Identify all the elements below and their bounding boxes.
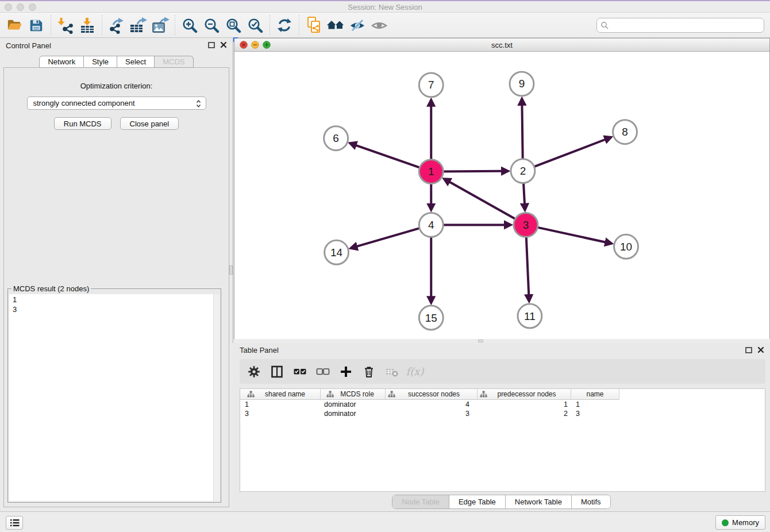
float-table-panel-icon[interactable]	[745, 347, 752, 353]
tab-edge-table[interactable]: Edge Table	[449, 495, 505, 508]
graph-node[interactable]: 15	[419, 306, 443, 330]
column-tree-icon	[326, 391, 334, 398]
column-header-shared-name[interactable]: shared name	[240, 389, 321, 400]
add-column-icon[interactable]	[338, 364, 353, 379]
graph-node[interactable]: 11	[518, 304, 542, 328]
hide-selected-eye-icon[interactable]	[346, 15, 368, 36]
table-cell[interactable]: 3	[386, 410, 478, 418]
graph-edge[interactable]	[442, 171, 502, 172]
column-tree-icon	[388, 391, 395, 398]
import-network-icon[interactable]	[55, 15, 76, 36]
search-input[interactable]	[609, 20, 764, 31]
run-mcds-button[interactable]: Run MCDS	[54, 117, 111, 130]
delete-column-trash-icon[interactable]	[361, 364, 376, 379]
table-cell[interactable]: 1	[478, 400, 571, 408]
float-panel-icon[interactable]	[208, 42, 215, 48]
export-network-icon[interactable]	[106, 15, 128, 36]
deselect-all-columns-icon[interactable]	[315, 364, 330, 379]
main-toolbar	[0, 13, 770, 38]
table-cell[interactable]: 2	[478, 410, 571, 418]
svg-text:10: 10	[620, 241, 632, 253]
table-row[interactable]: 1dominator411	[240, 400, 765, 409]
graph-node[interactable]: 6	[324, 126, 348, 151]
graph-edge[interactable]	[533, 140, 606, 167]
svg-text:9: 9	[519, 78, 525, 90]
zoom-fit-icon[interactable]	[222, 15, 244, 36]
tab-network[interactable]: Network	[39, 56, 84, 68]
neighborhood-houses-icon[interactable]	[325, 15, 346, 36]
tab-network-table[interactable]: Network Table	[505, 495, 571, 508]
table-body: 1dominator4113dominator323	[240, 400, 765, 418]
zoom-in-icon[interactable]	[179, 15, 201, 36]
search-box[interactable]	[596, 18, 764, 33]
show-all-eye-icon[interactable]	[368, 15, 390, 36]
graph-edge[interactable]	[526, 236, 529, 295]
mcds-result-box[interactable]: 13	[9, 294, 220, 501]
memory-label: Memory	[732, 518, 759, 527]
tab-style[interactable]: Style	[84, 56, 117, 68]
table-cell[interactable]: 4	[386, 400, 478, 408]
task-history-button[interactable]	[6, 516, 23, 530]
criterion-select[interactable]: strongly connected component	[27, 97, 206, 110]
graph-node[interactable]: 3	[514, 213, 538, 237]
memory-status-dot	[722, 519, 729, 526]
close-panel-button[interactable]: Close panel	[120, 117, 179, 130]
result-scrollbar[interactable]	[213, 294, 220, 501]
tab-select[interactable]: Select	[117, 56, 155, 68]
graph-node[interactable]: 8	[613, 120, 637, 144]
graph-node[interactable]: 7	[419, 73, 443, 97]
clone-network-icon[interactable]	[303, 15, 325, 36]
horizontal-splitter-handle[interactable]	[478, 340, 483, 342]
column-header-successor-nodes[interactable]: successor nodes	[386, 389, 478, 400]
graph-node[interactable]: 2	[511, 159, 535, 183]
graph-edge[interactable]	[522, 105, 522, 160]
vertical-splitter-handle[interactable]	[229, 265, 233, 275]
column-header-mcds-role[interactable]: MCDS role	[321, 389, 386, 400]
table-cell[interactable]: 1	[571, 400, 619, 408]
table-cell[interactable]: dominator	[321, 410, 386, 418]
export-table-icon[interactable]	[128, 15, 149, 36]
network-graph[interactable]: 7968124314101511	[234, 52, 769, 339]
graph-edge[interactable]	[536, 227, 606, 242]
graph-node[interactable]: 10	[614, 234, 638, 259]
table-cell[interactable]: 3	[571, 410, 619, 418]
table-cell[interactable]: 1	[240, 400, 321, 408]
open-session-icon[interactable]	[3, 15, 25, 36]
graph-node[interactable]: 9	[510, 72, 534, 96]
show-columns-icon[interactable]	[270, 364, 284, 379]
column-tree-icon	[480, 391, 487, 398]
svg-text:2: 2	[520, 165, 526, 177]
graph-edge[interactable]	[449, 182, 517, 219]
horizontal-splitter[interactable]	[234, 339, 770, 343]
select-all-columns-icon[interactable]	[292, 364, 307, 379]
network-canvas[interactable]: 7968124314101511	[234, 52, 769, 339]
column-header-predecessor-nodes[interactable]: predecessor nodes	[478, 389, 571, 400]
svg-text:6: 6	[333, 132, 339, 144]
svg-text:8: 8	[622, 126, 628, 138]
close-panel-icon[interactable]	[220, 41, 227, 48]
mcds-tab-content: Optimization criterion: strongly connect…	[3, 67, 229, 507]
tab-motifs[interactable]: Motifs	[571, 495, 610, 508]
zoom-out-icon[interactable]	[201, 15, 222, 36]
save-session-icon[interactable]	[25, 15, 47, 36]
close-table-panel-icon[interactable]	[757, 346, 764, 353]
column-header-name[interactable]: name	[571, 389, 619, 400]
graph-edge[interactable]	[523, 182, 525, 205]
import-table-icon[interactable]	[76, 15, 98, 36]
graph-node[interactable]: 14	[325, 240, 349, 264]
zoom-selected-icon[interactable]	[244, 15, 266, 36]
table-cell[interactable]: 3	[240, 410, 321, 418]
export-image-icon[interactable]	[149, 15, 171, 36]
table-row[interactable]: 3dominator323	[240, 409, 765, 418]
refresh-icon[interactable]	[274, 15, 295, 36]
memory-button[interactable]: Memory	[715, 515, 765, 530]
tab-node-table[interactable]: Node Table	[392, 495, 449, 508]
tab-mcds[interactable]: MCDS	[155, 56, 193, 68]
table-cell[interactable]: dominator	[321, 400, 386, 408]
graph-edge[interactable]	[356, 145, 421, 168]
graph-edge[interactable]	[356, 228, 421, 247]
table-settings-gear-icon[interactable]	[247, 364, 261, 379]
node-table: shared name MCDS role successor nodes	[240, 388, 765, 492]
graph-node[interactable]: 1	[419, 160, 443, 184]
graph-node[interactable]: 4	[419, 213, 443, 237]
